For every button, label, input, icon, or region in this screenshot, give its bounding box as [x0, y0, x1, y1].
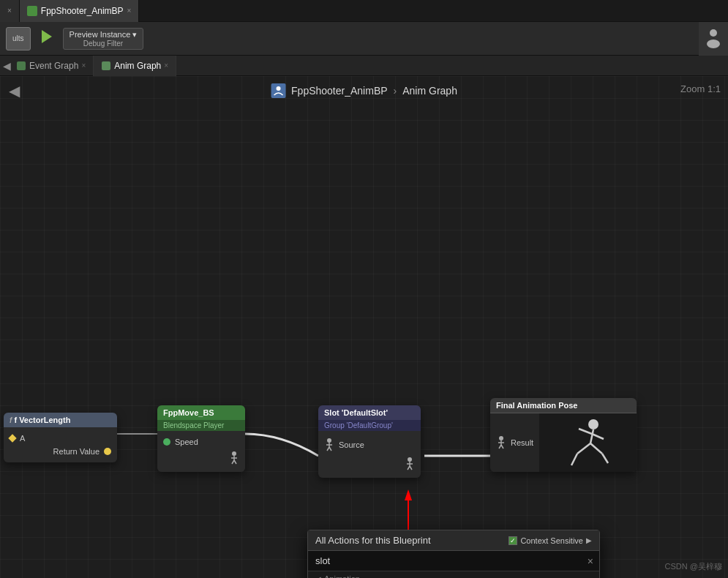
context-sensitive-control[interactable]: ✓ Context Sensitive ▶: [509, 536, 592, 545]
svg-line-34: [590, 443, 602, 454]
zoom-label: Zoom 1:1: [680, 83, 721, 94]
svg-point-5: [276, 86, 280, 91]
svg-line-27: [501, 445, 503, 448]
event-graph-close[interactable]: ×: [81, 61, 86, 70]
tab-event-graph[interactable]: Event Graph ×: [9, 56, 94, 76]
svg-line-31: [592, 434, 604, 439]
node-vector-pin-a[interactable]: A: [10, 432, 111, 445]
tab-close-animbp[interactable]: ×: [127, 7, 132, 15]
toolbar: ults Preview Instance ▾ Debug Filter: [0, 22, 728, 56]
svg-line-22: [410, 466, 412, 470]
node-fpp-pin-out[interactable]: [163, 448, 239, 468]
node-final-pose[interactable]: Final Animation Pose Result: [490, 398, 637, 472]
node-fpp-pin-speed[interactable]: Speed: [163, 435, 239, 448]
tab-icon-animbp: [27, 6, 37, 16]
breadcrumb-subgraph: Anim Graph: [402, 85, 457, 97]
tab-bar: × FppShooter_AnimBP ×: [0, 0, 728, 22]
pin-return-icon: [104, 448, 111, 455]
pin-a-icon: [8, 434, 16, 442]
pose-figure-svg: [563, 416, 614, 470]
pose-thumbnail: [539, 413, 637, 472]
action-search-input[interactable]: [308, 551, 582, 571]
node-final-pins: Result: [490, 413, 539, 472]
svg-marker-0: [42, 30, 52, 43]
tab-close-empty[interactable]: ×: [7, 7, 12, 15]
back-arrow[interactable]: ◀: [9, 82, 20, 100]
context-sensitive-arrow[interactable]: ▶: [586, 536, 592, 544]
debug-filter-label: Debug Filter: [83, 40, 123, 48]
svg-point-18: [408, 457, 412, 462]
breadcrumb: FppShooter_AnimBP › Anim Graph: [271, 83, 457, 98]
node-fpp-body: Speed: [157, 431, 245, 472]
node-slot-subtitle: Group 'DefaultGroup': [318, 420, 421, 431]
result-pin-icon: [496, 435, 506, 450]
pin-speed-label: Speed: [175, 438, 198, 446]
node-fpp-move[interactable]: FppMove_BS Blendspace Player Speed: [157, 405, 245, 472]
svg-point-8: [232, 451, 236, 456]
context-sensitive-checkbox[interactable]: ✓: [509, 536, 517, 545]
slot-output-icon: [405, 457, 415, 471]
context-sensitive-label: Context Sensitive: [520, 536, 583, 545]
svg-line-12: [234, 460, 236, 464]
right-panel-icon[interactable]: [699, 22, 728, 56]
tab-animbp[interactable]: FppShooter_AnimBP ×: [20, 0, 140, 22]
node-slot-body: Source: [318, 431, 421, 478]
breadcrumb-icon: [271, 83, 285, 98]
breadcrumb-graph: FppShooter_AnimBP: [291, 85, 388, 97]
svg-line-29: [590, 429, 593, 443]
svg-line-30: [579, 429, 592, 434]
node-final-title: Final Animation Pose: [496, 401, 577, 410]
tab-empty[interactable]: ×: [0, 0, 20, 22]
svg-line-35: [602, 454, 608, 463]
node-vector-body: A Return Value: [4, 427, 117, 462]
svg-marker-7: [405, 489, 412, 500]
svg-point-13: [327, 438, 331, 443]
pin-return-label: Return Value: [53, 447, 100, 456]
action-panel-title: All Actions for this Blueprint: [315, 535, 431, 546]
svg-point-1: [710, 29, 717, 37]
watermark: CSDN @吴梓穆: [665, 561, 722, 572]
pose-pin-icon: [229, 451, 239, 465]
node-vector-length[interactable]: f f VectorLength A Return Value: [4, 413, 117, 462]
play-button[interactable]: [35, 28, 59, 50]
svg-point-2: [707, 40, 720, 48]
anim-graph-label: Anim Graph: [114, 61, 161, 71]
pin-speed-icon: [163, 438, 170, 446]
tab-label-animbp: FppShooter_AnimBP: [41, 6, 124, 16]
node-final-header: Final Animation Pose: [490, 398, 637, 413]
svg-line-32: [577, 443, 590, 454]
pin-a-label: A: [20, 434, 25, 443]
svg-line-26: [499, 445, 501, 448]
search-clear-button[interactable]: ×: [582, 555, 599, 567]
pin-source-icon: [324, 438, 334, 452]
svg-line-11: [232, 460, 234, 464]
action-panel-header: All Actions for this Blueprint ✓ Context…: [308, 530, 599, 551]
defaults-button[interactable]: ults: [6, 27, 31, 50]
connections-layer: [0, 76, 728, 578]
node-slot-title: Slot 'DefaultSlot': [324, 408, 388, 417]
category-animation: ◀ Animation: [308, 571, 599, 578]
search-row: ×: [308, 551, 599, 571]
svg-rect-3: [17, 61, 26, 70]
canvas[interactable]: ◀ FppShooter_AnimBP › Anim Graph Zoom 1:…: [0, 76, 728, 578]
node-slot-pin-source[interactable]: Source: [324, 435, 415, 454]
action-list: ◀ Animation f Is Playing Slot Animation …: [308, 571, 599, 578]
anim-graph-close[interactable]: ×: [164, 61, 168, 70]
node-vector-header: f f VectorLength: [4, 413, 117, 427]
node-slot-header: Slot 'DefaultSlot': [318, 405, 421, 420]
node-final-body: Result: [490, 413, 637, 472]
breadcrumb-separator: ›: [394, 85, 397, 97]
node-vector-title: f VectorLength: [14, 416, 70, 424]
result-pin-label: Result: [511, 438, 533, 447]
node-slot[interactable]: Slot 'DefaultSlot' Group 'DefaultGroup' …: [318, 405, 421, 478]
tab-anim-graph[interactable]: Anim Graph ×: [94, 56, 176, 76]
svg-point-23: [499, 436, 503, 440]
category-animation-label: Animation: [324, 574, 360, 578]
svg-line-33: [571, 454, 577, 465]
node-slot-pin-out[interactable]: [324, 454, 415, 473]
svg-rect-4: [102, 61, 110, 70]
svg-line-17: [329, 447, 331, 451]
node-vector-pin-return[interactable]: Return Value: [10, 445, 111, 458]
svg-line-21: [408, 466, 410, 470]
preview-instance-dropdown[interactable]: Preview Instance ▾ Debug Filter: [63, 28, 144, 50]
